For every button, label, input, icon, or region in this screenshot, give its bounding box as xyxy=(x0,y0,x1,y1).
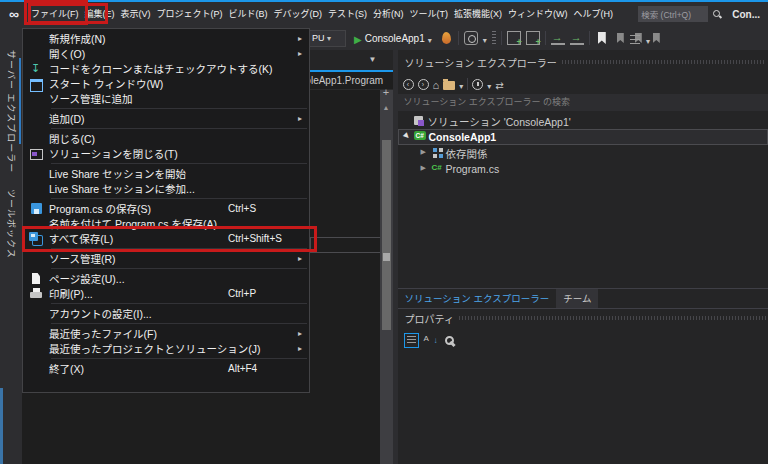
menu-item[interactable] xyxy=(51,248,307,249)
left-dock-tab[interactable]: サーバー エクスプローラー xyxy=(5,50,18,173)
menu-bar-item[interactable]: プロジェクト(P) xyxy=(154,2,226,26)
solution-explorer-search-input[interactable]: ソリューション エクスプローラー の検索 xyxy=(398,94,768,111)
switch-views-icon[interactable] xyxy=(443,81,455,90)
menu-item[interactable]: スタート ウィンドウ(W) xyxy=(23,76,309,91)
alphabetical-sort-icon[interactable] xyxy=(424,334,438,348)
switch-views-caret-icon[interactable] xyxy=(459,75,463,93)
watch-window-icon[interactable] xyxy=(464,31,478,45)
menu-item[interactable] xyxy=(51,268,307,269)
splitter-handle-icon[interactable]: + xyxy=(380,86,393,98)
menu-item[interactable]: 閉じる(C) xyxy=(23,131,309,146)
menu-item[interactable]: 最近使ったファイル(F) xyxy=(23,326,309,341)
menu-item[interactable]: 最近使ったプロジェクトとソリューション(J) xyxy=(23,341,309,356)
menu-item[interactable]: ソース管理に追加 xyxy=(23,91,309,106)
menu-item[interactable] xyxy=(51,323,307,324)
menu-bar-item[interactable]: ビルド(B) xyxy=(226,2,271,26)
run-button[interactable]: ConsoleApp1 xyxy=(351,28,435,48)
tree-row[interactable]: ConsoleApp1 xyxy=(398,129,768,145)
toolbar-grip[interactable] xyxy=(492,31,496,45)
menu-item-icon xyxy=(23,31,49,46)
tree-row[interactable]: 依存関係 xyxy=(398,145,768,161)
home-icon[interactable] xyxy=(433,75,440,93)
menu-item[interactable]: 開く(O) xyxy=(23,46,309,61)
left-dock-tab[interactable]: ツールボックス xyxy=(5,189,18,259)
add-folder-icon[interactable] xyxy=(526,31,540,45)
menu-item[interactable] xyxy=(51,163,307,164)
bookmark-icon[interactable] xyxy=(598,32,606,44)
menu-item-icon xyxy=(23,181,49,196)
menu-item-icon xyxy=(23,341,49,356)
menu-item[interactable]: ページ設定(U)... xyxy=(23,271,309,286)
property-pages-icon[interactable] xyxy=(443,334,457,348)
menu-item[interactable]: 名前を付けて Program.cs を保存(A)... xyxy=(23,216,309,231)
open-files-dropdown-icon[interactable]: ▼ xyxy=(369,55,377,64)
navigate-forward-icon[interactable] xyxy=(570,31,584,45)
menu-bar-item[interactable]: ヘルプ(H) xyxy=(571,2,617,26)
filter-caret-icon[interactable] xyxy=(487,75,491,93)
menu-item[interactable]: アカウントの設定(I)... xyxy=(23,306,309,321)
menu-item[interactable] xyxy=(51,198,307,199)
combo-caret-icon xyxy=(327,33,342,43)
quick-search-box[interactable]: 検索 (Ctrl+Q) xyxy=(638,6,708,22)
scrollbar-thumb[interactable] xyxy=(382,140,391,330)
menu-item[interactable]: すべて保存(L) Ctrl+Shift+S xyxy=(23,231,309,246)
menu-item-icon xyxy=(23,91,49,106)
submenu-arrow-icon xyxy=(298,344,302,353)
menu-bar-item[interactable]: ファイル(F) xyxy=(28,2,82,26)
search-magnifier-icon[interactable] xyxy=(712,9,722,19)
navigate-back-icon[interactable] xyxy=(551,31,565,45)
play-icon xyxy=(354,29,362,47)
tree-item-icon xyxy=(413,115,428,127)
menu-bar-item[interactable]: テスト(S) xyxy=(325,2,370,26)
bookmark-list-icon[interactable] xyxy=(653,33,660,43)
watch-caret-icon[interactable] xyxy=(483,29,487,47)
toolbar-overflow-icon[interactable] xyxy=(630,35,640,44)
menu-bar: ファイル(F) 編集(E) 表示(V) プロジェクト(P) ビルド(B) デバッ… xyxy=(28,2,616,26)
solution-explorer-title: ソリューション エクスプローラー xyxy=(405,55,557,70)
visual-studio-window: ∞ ファイル(F) 編集(E) 表示(V) プロジェクト(P) ビルド(B) デ… xyxy=(0,0,768,464)
menu-bar-item[interactable]: ツール(T) xyxy=(407,2,452,26)
menu-bar-item[interactable]: デバッグ(D) xyxy=(271,2,326,26)
title-menu-bar: ∞ ファイル(F) 編集(E) 表示(V) プロジェクト(P) ビルド(B) デ… xyxy=(0,0,768,26)
sync-with-active-document-icon[interactable] xyxy=(495,75,503,93)
menu-item[interactable]: 印刷(P)... Ctrl+P xyxy=(23,286,309,301)
hot-reload-icon[interactable] xyxy=(442,32,451,44)
menu-bar-item[interactable]: 拡張機能(X) xyxy=(451,2,505,26)
bookmark-prev-icon[interactable] xyxy=(617,33,624,43)
menu-item[interactable]: ソリューションを閉じる(T) xyxy=(23,146,309,161)
nav-forward-icon[interactable]: › xyxy=(418,79,429,90)
tree-row[interactable]: Program.cs xyxy=(398,161,768,177)
menu-bar-item[interactable]: 表示(V) xyxy=(118,2,154,26)
menu-item[interactable] xyxy=(51,108,307,109)
categorized-view-icon[interactable] xyxy=(404,333,419,348)
menu-item[interactable]: 追加(D) xyxy=(23,111,309,126)
menu-item[interactable] xyxy=(51,358,307,359)
menu-item[interactable]: Live Share セッションを開始 xyxy=(23,166,309,181)
tree-item-icon xyxy=(431,147,446,159)
menu-bar-item[interactable]: ウィンドウ(W) xyxy=(505,2,571,26)
solution-tree: ソリューション 'ConsoleApp1' ConsoleApp1 依存関係 xyxy=(398,111,768,177)
tool-window-tab[interactable]: ソリューション エクスプローラー xyxy=(398,289,557,308)
menu-item[interactable] xyxy=(51,128,307,129)
menu-item[interactable]: Program.cs の保存(S) Ctrl+S xyxy=(23,201,309,216)
menu-item-icon xyxy=(23,326,49,341)
new-item-icon[interactable] xyxy=(507,31,521,45)
menu-item[interactable]: Live Share セッションに参加... xyxy=(23,181,309,196)
menu-item-icon xyxy=(23,306,49,321)
menu-item[interactable]: ソース管理(R) xyxy=(23,251,309,266)
scroll-up-icon[interactable]: ▲ xyxy=(380,104,393,111)
menu-shortcut: Ctrl+P xyxy=(228,288,256,299)
file-menu-popup: 新規作成(N) 開く(O) コードをクローンまたはチェックアウトする(K) xyxy=(22,28,310,393)
editor-scrollbar[interactable]: + ▲ xyxy=(380,90,393,464)
platform-combo[interactable]: PU xyxy=(308,30,346,47)
tree-row[interactable]: ソリューション 'ConsoleApp1' xyxy=(398,113,768,129)
pending-changes-filter-icon[interactable] xyxy=(472,79,483,90)
menu-item[interactable]: 終了(X) Alt+F4 xyxy=(23,361,309,376)
menu-item[interactable] xyxy=(51,303,307,304)
toolbar-overflow-caret-icon[interactable] xyxy=(646,30,650,48)
nav-back-icon[interactable]: ‹ xyxy=(403,79,414,90)
menu-item[interactable]: 新規作成(N) xyxy=(23,31,309,46)
menu-bar-item[interactable]: 分析(N) xyxy=(370,2,407,26)
tool-window-tab[interactable]: チーム xyxy=(556,289,598,308)
menu-item[interactable]: コードをクローンまたはチェックアウトする(K) xyxy=(23,61,309,76)
